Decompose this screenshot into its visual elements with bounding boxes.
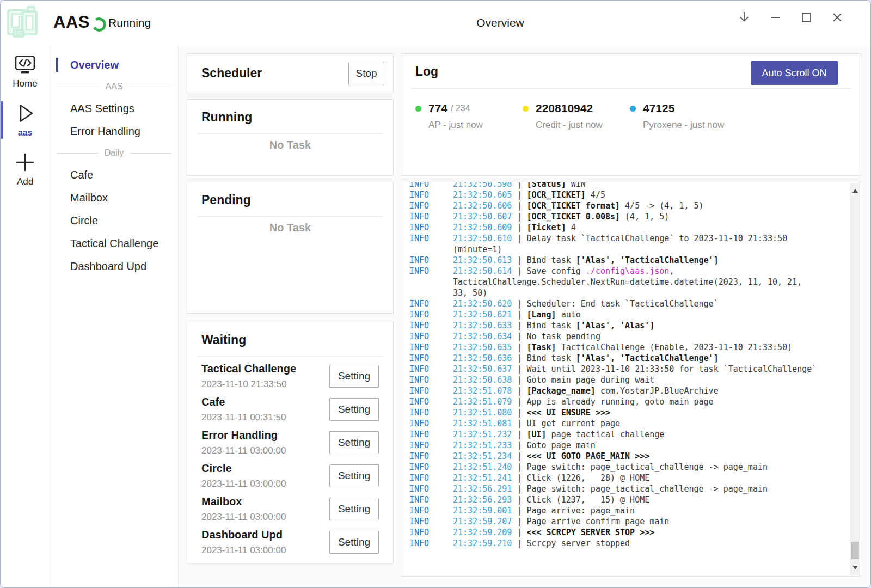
log-scrollbar[interactable] bbox=[850, 183, 860, 575]
log-separator: | bbox=[512, 190, 526, 200]
window-controls bbox=[736, 9, 845, 26]
log-separator: | bbox=[512, 397, 526, 407]
log-line: INFO21:32:51.234 | <<< UI GOTO PAGE_MAIN… bbox=[409, 451, 844, 462]
waiting-list: Tactical Challenge2023-11-10 21:33:50Set… bbox=[187, 357, 393, 559]
scheduler-title: Scheduler bbox=[201, 66, 262, 81]
log-timestamp: 21:32:59.001 bbox=[453, 506, 512, 516]
sidebar-item-circle[interactable]: Circle bbox=[50, 209, 178, 232]
scroll-up-arrow-icon[interactable] bbox=[852, 189, 858, 193]
log-message: 21:32:59.209 | <<< SCRCPY SERVER STOP >>… bbox=[453, 527, 654, 538]
log-level: INFO bbox=[409, 309, 453, 320]
waiting-task-info: Mailbox2023-11-11 03:00:00 bbox=[201, 495, 329, 523]
log-message: 21:32:50.635 | [Task] TacticalChallenge … bbox=[453, 342, 792, 353]
log-line: INFO21:32:51.240 | Page switch: page_tac… bbox=[409, 462, 844, 473]
log-line: INFO21:32:50.613 | Bind task ['Alas', 'T… bbox=[409, 255, 844, 266]
rail-item-home[interactable]: Home bbox=[1, 53, 50, 91]
rail-item-add[interactable]: Add bbox=[1, 150, 50, 189]
stat-dot-icon bbox=[415, 106, 421, 112]
log-separator: | bbox=[512, 342, 526, 352]
waiting-task-name: Circle bbox=[201, 462, 329, 475]
log-level: INFO bbox=[409, 527, 453, 538]
log-line: INFO21:32:50.598 | [Status] WIN bbox=[409, 182, 844, 189]
log-separator: | bbox=[512, 266, 526, 276]
waiting-task-name: Error Handling bbox=[201, 429, 329, 442]
sidebar-item-dashboard-upd[interactable]: Dashboard Upd bbox=[50, 255, 178, 278]
log-message: 33, 50) bbox=[453, 287, 487, 298]
log-level: INFO bbox=[409, 222, 453, 233]
setting-button[interactable]: Setting bbox=[329, 365, 379, 388]
log-line: INFO21:32:59.210 | Scrcpy server stopped bbox=[409, 538, 844, 549]
log-separator: | bbox=[512, 321, 526, 330]
log-message: 21:32:51.241 | Click (1226, 28) @ HOME bbox=[453, 473, 649, 483]
log-level bbox=[409, 287, 453, 298]
stat-value-row: 220810942 bbox=[523, 102, 630, 115]
maximize-button[interactable] bbox=[798, 9, 814, 26]
log-message: 21:32:51.079 | App is already running, g… bbox=[453, 396, 714, 407]
log-separator: | bbox=[512, 506, 526, 516]
log-timestamp: 21:32:51.080 bbox=[453, 408, 512, 418]
sidebar-item-label: Mailbox bbox=[70, 192, 108, 204]
log-message: 21:32:51.234 | <<< UI GOTO PAGE_MAIN >>> bbox=[453, 451, 649, 462]
log-level: INFO bbox=[409, 462, 453, 473]
waiting-task-next-run: 2023-11-10 21:33:50 bbox=[201, 379, 329, 390]
log-line: INFO21:32:51.233 | Goto page_main bbox=[409, 440, 844, 451]
setting-button[interactable]: Setting bbox=[329, 531, 379, 554]
log-separator: | bbox=[512, 353, 526, 363]
log-message: 21:32:50.609 | [Ticket] 4 bbox=[453, 222, 576, 233]
log-level: INFO bbox=[409, 233, 453, 244]
sidebar-item-mailbox[interactable]: Mailbox bbox=[50, 186, 178, 209]
sidebar-item-overview[interactable]: Overview bbox=[50, 53, 178, 76]
minimize-button[interactable] bbox=[767, 9, 783, 26]
setting-button[interactable]: Setting bbox=[329, 498, 379, 520]
log-message: 21:32:50.633 | Bind task ['Alas', 'Alas'… bbox=[453, 320, 654, 331]
waiting-task-row: Dashboard Upd2023-11-11 03:00:00Setting bbox=[187, 525, 393, 559]
log-level: INFO bbox=[409, 182, 453, 189]
setting-button[interactable]: Setting bbox=[329, 464, 379, 487]
log-level: INFO bbox=[409, 266, 453, 277]
log-separator: | bbox=[512, 364, 526, 374]
log-separator: | bbox=[512, 386, 526, 396]
waiting-panel: Waiting Tactical Challenge2023-11-10 21:… bbox=[187, 322, 394, 564]
log-line: INFO21:32:51.078 | [Package_name] com.Yo… bbox=[409, 385, 844, 396]
log-message: 21:32:50.614 | Save config ./config\aas.… bbox=[453, 266, 674, 277]
sidebar-item-aas-settings[interactable]: AAS Settings bbox=[50, 97, 178, 120]
rail-item-aas[interactable]: aas bbox=[1, 100, 50, 140]
auto-scroll-button[interactable]: Auto Scroll ON bbox=[751, 61, 838, 85]
waiting-task-row: Mailbox2023-11-11 03:00:00Setting bbox=[187, 492, 393, 525]
log-line: INFO21:32:56.293 | Click (1237, 15) @ HO… bbox=[409, 494, 844, 505]
log-timestamp: 21:32:50.614 bbox=[453, 266, 512, 276]
close-button[interactable] bbox=[829, 9, 845, 26]
log-output-panel[interactable]: INFO21:32:50.598 | [Status] WININFO21:32… bbox=[401, 182, 861, 577]
waiting-task-info: Circle2023-11-11 03:00:00 bbox=[201, 462, 329, 489]
waiting-task-next-run: 2023-11-11 03:00:00 bbox=[201, 445, 329, 456]
log-message: 21:32:51.232 | [UI] page_tactical_challe… bbox=[453, 429, 664, 440]
sidebar-item-tactical-challenge[interactable]: Tactical Challenge bbox=[50, 232, 178, 255]
log-separator: | bbox=[512, 517, 526, 526]
scrollbar-thumb[interactable] bbox=[851, 542, 859, 559]
stop-button[interactable]: Stop bbox=[348, 62, 384, 85]
log-timestamp: 21:32:50.620 bbox=[453, 299, 512, 309]
setting-button[interactable]: Setting bbox=[329, 398, 379, 421]
stat-suffix: / 234 bbox=[451, 103, 470, 113]
sidebar-item-label: Cafe bbox=[70, 169, 93, 181]
running-title: Running bbox=[187, 100, 393, 133]
sidebar-group-label: Daily bbox=[105, 148, 124, 158]
titlebar: AAS Running Overview bbox=[1, 1, 870, 46]
stat-value-row: 774/ 234 bbox=[415, 102, 523, 115]
sidebar-item-cafe[interactable]: Cafe bbox=[50, 163, 178, 186]
log-separator: | bbox=[512, 495, 526, 505]
log-line: INFO21:32:50.635 | [Task] TacticalChalle… bbox=[409, 342, 844, 353]
scroll-down-arrow-icon[interactable] bbox=[852, 566, 858, 569]
log-message: (minute=1) bbox=[453, 244, 502, 255]
log-level: INFO bbox=[409, 385, 453, 396]
setting-button[interactable]: Setting bbox=[329, 431, 379, 454]
log-timestamp: 21:32:56.293 bbox=[453, 495, 512, 505]
log-level: INFO bbox=[409, 331, 453, 342]
sidebar-item-error-handling[interactable]: Error Handling bbox=[50, 120, 178, 143]
log-message: 21:32:50.606 | [OCR_TICKET format] 4/5 -… bbox=[453, 200, 704, 211]
waiting-task-name: Mailbox bbox=[201, 495, 329, 508]
log-message: 21:32:50.605 | [OCR_TICKET] 4/5 bbox=[453, 189, 605, 200]
log-separator: | bbox=[512, 182, 526, 189]
update-download-button[interactable] bbox=[736, 9, 752, 26]
log-level: INFO bbox=[409, 494, 453, 505]
